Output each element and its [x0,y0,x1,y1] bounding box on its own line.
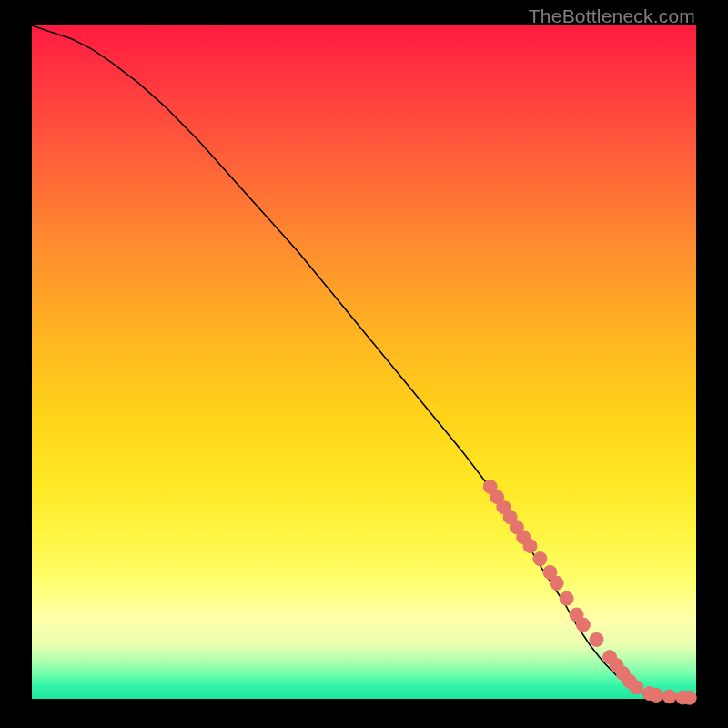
highlight-marker [576,618,590,632]
highlight-marker [550,576,563,590]
bottleneck-curve-line [32,25,696,698]
chart-stage: TheBottleneck.com [0,0,728,728]
highlight-marker [533,552,547,566]
highlight-marker [523,540,537,553]
highlighted-points-group [483,480,696,704]
highlight-marker [682,691,696,704]
chart-overlay-svg [32,25,696,699]
highlight-marker [560,592,573,605]
highlight-marker [590,632,603,646]
highlight-marker [662,690,676,703]
watermark-text: TheBottleneck.com [529,5,695,27]
highlight-marker [630,681,643,694]
highlight-marker [650,688,663,702]
